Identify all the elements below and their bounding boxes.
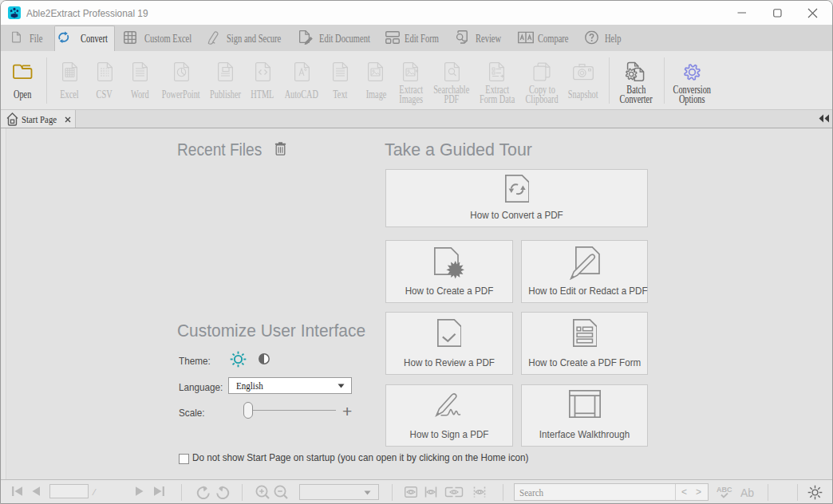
svg-text:Ab: Ab — [740, 486, 754, 499]
svg-text:ABC: ABC — [717, 486, 732, 494]
